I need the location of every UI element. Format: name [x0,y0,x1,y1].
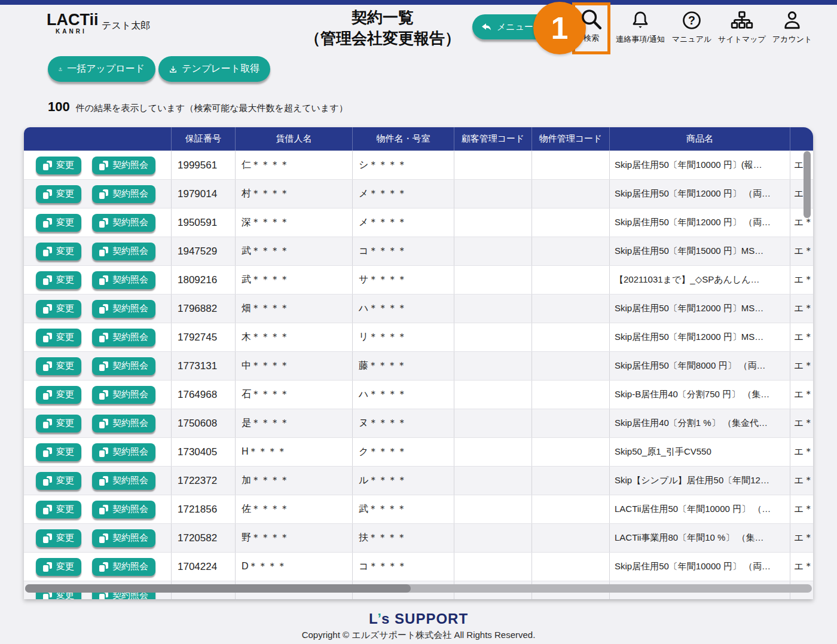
cell-property: メ＊＊＊＊ [353,180,454,208]
row-actions: 変更 契約照会 [24,524,172,552]
row-actions: 変更 契約照会 [24,295,172,323]
cell-customer-code [454,237,532,265]
change-button[interactable]: 変更 [36,529,81,547]
table-row: 変更 契約照会 1947529 武＊＊＊＊ コ＊＊＊＊ Skip居住用50〔年間… [24,237,813,265]
contract-inquiry-button[interactable]: 契約照会 [92,185,155,203]
cell-customer-code [454,208,532,237]
row-actions: 変更 契約照会 [24,553,172,581]
contract-inquiry-label: 契約照会 [112,360,148,372]
change-button[interactable]: 変更 [36,386,81,404]
horizontal-scrollbar-thumb[interactable] [25,584,411,593]
cell-extra: エ＊ [790,237,813,265]
change-button[interactable]: 変更 [36,185,81,203]
cell-extra: エ＊ [790,381,813,409]
cell-extra: エ＊ [790,323,813,351]
change-button[interactable]: 変更 [36,214,81,232]
document-icon [99,447,108,457]
contract-inquiry-button[interactable]: 契約照会 [92,243,155,260]
change-button[interactable]: 変更 [36,300,81,318]
cell-extra: エ＊ [790,495,813,523]
nav-item-notifications[interactable]: 連絡事項/通知 [613,8,667,45]
cell-tenant: 深＊＊＊＊ [236,208,353,237]
change-button[interactable]: 変更 [36,472,81,490]
page-footer: L’s SUPPORT Copyright © エルズサポート株式会社 All … [0,611,837,641]
horizontal-scrollbar[interactable] [25,584,812,593]
footer-logo-rest: s SUPPORT [381,611,468,627]
download-icon [169,64,177,75]
get-template-button[interactable]: テンプレート取得 [158,56,270,82]
annotation-step-number: 1 [551,10,569,46]
document-icon [99,390,108,400]
svg-text:?: ? [688,14,695,27]
contract-inquiry-button[interactable]: 契約照会 [92,271,155,289]
nav-item-sitemap[interactable]: サイトマップ [716,8,768,45]
cell-customer-code [454,381,532,409]
cell-property-code [532,467,610,495]
nav-item-manual[interactable]: ? マニュアル [670,8,714,45]
change-button[interactable]: 変更 [36,243,81,260]
document-icon [99,333,108,342]
cell-tenant: 武＊＊＊＊ [236,237,353,265]
nav-item-search[interactable]: 検索 [574,7,609,44]
vertical-scrollbar-thumb[interactable] [804,151,811,218]
document-icon [43,189,52,199]
cell-tenant: 木＊＊＊＊ [236,323,353,351]
change-button[interactable]: 変更 [36,157,81,174]
table-row: 変更 契約照会 1950591 深＊＊＊＊ メ＊＊＊＊ Skip居住用50〔年間… [24,208,813,237]
change-button[interactable]: 変更 [36,357,81,375]
result-message: 件の結果を表示しています（検索可能な最大件数を超えています） [76,103,348,114]
contract-inquiry-button[interactable]: 契約照会 [92,443,155,461]
contract-inquiry-button[interactable]: 契約照会 [92,214,155,232]
row-actions: 変更 契約照会 [24,266,172,294]
change-button[interactable]: 変更 [36,415,81,433]
change-button[interactable]: 変更 [36,501,81,519]
contract-inquiry-button[interactable]: 契約照会 [92,329,155,346]
contract-inquiry-label: 契約照会 [112,332,148,343]
document-icon [43,247,52,256]
cell-guarantee-no: 1730405 [172,438,236,466]
table-row: 変更 契約照会 1720582 野＊＊＊＊ 扶＊＊＊＊ LACTii事業用80〔… [24,523,813,552]
cell-property: コ＊＊＊＊ [353,237,454,265]
change-button[interactable]: 変更 [36,271,81,289]
cell-property: メ＊＊＊＊ [353,208,454,237]
contract-inquiry-button[interactable]: 契約照会 [92,357,155,375]
bulk-upload-button[interactable]: 一括アップロード [48,56,155,82]
contract-inquiry-button[interactable]: 契約照会 [92,501,155,519]
change-button[interactable]: 変更 [36,329,81,346]
contract-inquiry-button[interactable]: 契約照会 [92,300,155,318]
cell-tenant: 野＊＊＊＊ [236,524,353,552]
document-icon [99,562,108,572]
sitemap-icon [716,8,768,32]
cell-property-code [532,352,610,380]
cell-property-code [532,151,610,179]
contract-inquiry-button[interactable]: 契約照会 [92,157,155,174]
cell-tenant: 石＊＊＊＊ [236,381,353,409]
document-icon [99,304,108,314]
change-button-label: 変更 [56,160,74,171]
cell-extra: エ＊ [790,295,813,323]
cell-tenant: 武＊＊＊＊ [236,266,353,294]
change-button-label: 変更 [56,561,74,572]
get-template-label: テンプレート取得 [182,63,259,75]
app-logo[interactable]: LACTii KANRI [47,12,100,35]
cell-guarantee-no: 1721856 [172,495,236,523]
document-icon [99,275,108,285]
cell-property: ヌ＊＊＊＊ [353,409,454,437]
cell-property-code [532,438,610,466]
change-button[interactable]: 変更 [36,443,81,461]
cell-tenant: 中＊＊＊＊ [236,352,353,380]
table-row: 変更 契約照会 1796882 畑＊＊＊＊ ハ＊＊＊＊ Skip居住用50〔年間… [24,294,813,323]
contract-inquiry-button[interactable]: 契約照会 [92,386,155,404]
contract-inquiry-button[interactable]: 契約照会 [92,415,155,433]
change-button-label: 変更 [56,418,74,429]
contract-inquiry-button[interactable]: 契約照会 [92,558,155,576]
nav-item-account[interactable]: アカウント [770,8,814,45]
change-button-label: 変更 [56,504,74,515]
cell-product: Skip【シンプル】居住用50〔年間12… [610,467,790,495]
contract-inquiry-button[interactable]: 契約照会 [92,472,155,490]
change-button[interactable]: 変更 [36,558,81,576]
cell-property-code [532,495,610,523]
cell-customer-code [454,467,532,495]
cell-customer-code [454,323,532,351]
contract-inquiry-button[interactable]: 契約照会 [92,529,155,547]
